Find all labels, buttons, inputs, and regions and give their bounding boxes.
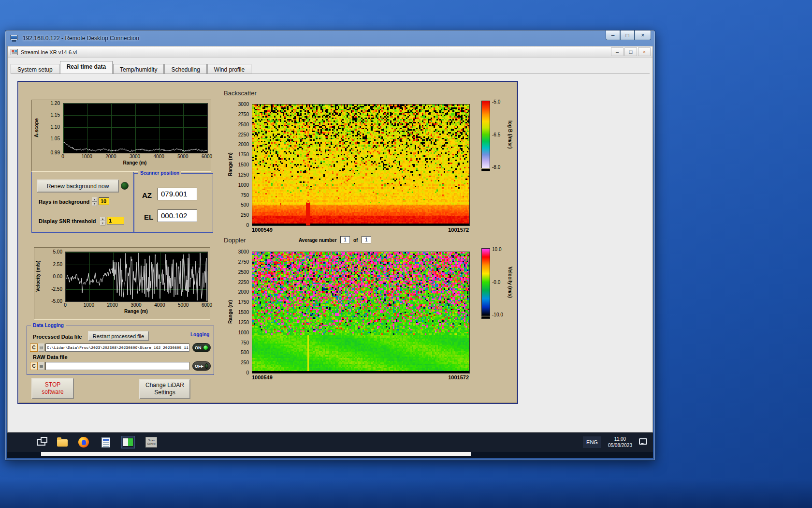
backscatter-colorbar-ticks: -5.0-6.5-8.0 xyxy=(492,99,508,170)
backscatter-x-start: 1000549 xyxy=(252,227,273,233)
processed-path-field[interactable]: C:\Lidar\Data\Proc\2023\202308\20230809\… xyxy=(45,344,189,352)
settings-button-line1: Change LiDAR xyxy=(145,382,184,389)
backscatter-colorbar-label: log B (/m/sr) xyxy=(508,101,513,168)
language-indicator[interactable]: ENG xyxy=(583,436,601,448)
app-window-title: StreamLine XR v14-6.vi xyxy=(21,49,77,55)
raw-browse-icon[interactable]: ▤ xyxy=(38,362,44,370)
processed-toggle-label: ON xyxy=(195,345,202,350)
processed-logging-toggle[interactable]: ON xyxy=(192,343,211,352)
rays-value-field[interactable]: 10 xyxy=(99,197,109,205)
raw-drive-button[interactable]: C xyxy=(30,362,38,370)
snr-threshold-label: Display SNR threshold xyxy=(39,218,96,224)
raw-toggle-label: OFF xyxy=(195,364,203,369)
rdp-titlebar[interactable]: 192.168.0.122 - Remote Desktop Connectio… xyxy=(5,30,655,46)
snr-up-icon[interactable]: ▲ xyxy=(100,217,105,221)
renew-background-button[interactable]: Renew background now xyxy=(37,179,119,193)
clock-date: 05/08/2023 xyxy=(608,443,632,448)
notification-icon[interactable] xyxy=(639,438,647,445)
backscatter-block: Range (m) 300027502500225020001750150012… xyxy=(215,98,487,239)
taskbar-clock[interactable]: 11:00 05/08/2023 xyxy=(608,436,632,448)
scan-scheduler-button[interactable]: Scan Sched xyxy=(145,436,158,448)
rays-down-icon[interactable]: ▼ xyxy=(92,202,97,206)
ascope-x-ticks: 0100020003000400050006000 xyxy=(63,154,207,160)
ascope-plot-frame: A-scope 1.201.151.101.050.99 01000200030… xyxy=(31,100,211,172)
snr-down-icon[interactable]: ▼ xyxy=(100,221,105,225)
doppler-x-end: 1001572 xyxy=(448,374,469,380)
tab-wind-profile[interactable]: Wind profile xyxy=(207,64,251,75)
streamline-app-button[interactable] xyxy=(121,436,135,448)
backscatter-colorbar-gradient xyxy=(481,101,490,168)
average-number-label: Average number xyxy=(299,238,337,243)
firefox-button[interactable] xyxy=(77,436,90,448)
processed-drive-button[interactable]: C xyxy=(30,344,38,352)
tab-real-time-data[interactable]: Real time data xyxy=(60,61,113,74)
processed-data-file-label: Processed Data file xyxy=(33,334,82,340)
change-lidar-settings-button[interactable]: Change LiDAR Settings xyxy=(139,379,190,399)
backscatter-y-axis-label: Range (m) xyxy=(228,104,233,225)
document-icon xyxy=(102,437,110,448)
velocity-x-axis-label: Range (m) xyxy=(65,309,207,314)
raw-logging-toggle[interactable]: OFF xyxy=(192,361,211,371)
stop-software-button[interactable]: STOP software xyxy=(31,378,74,399)
doppler-title: Doppler xyxy=(224,237,246,244)
hidden-window-strip xyxy=(41,452,471,456)
doppler-x-start: 1000549 xyxy=(252,374,273,380)
doppler-colorbar-gradient xyxy=(481,248,490,316)
clock-time: 11:00 xyxy=(614,436,626,442)
restart-processed-file-button[interactable]: Restart processed file xyxy=(88,331,149,341)
remote-desktop-screen: StreamLine XR v14-6.vi – □ × System setu… xyxy=(7,46,653,458)
doppler-colorbar: 10.0-0.0-10.0 Velocity (m/s) xyxy=(478,247,518,324)
scan-scheduler-icon: Scan Sched xyxy=(145,437,157,448)
average-total-field[interactable]: 1 xyxy=(362,236,371,243)
raw-data-file-label: RAW Data file xyxy=(33,354,68,360)
raw-path-field[interactable] xyxy=(45,362,189,370)
of-label: of xyxy=(353,238,358,243)
streamline-app-icon xyxy=(123,438,133,447)
task-view-icon xyxy=(37,439,45,446)
velocity-plot-frame: Velocity (m/s) 5.002.500.00-2.50-5.00 01… xyxy=(34,247,210,320)
rays-up-icon[interactable]: ▲ xyxy=(92,197,97,202)
backscatter-heatmap-canvas xyxy=(252,104,470,226)
stop-button-line1: STOP xyxy=(45,381,60,388)
backscatter-x-labels: 1000549 1001572 xyxy=(252,227,469,233)
el-label: EL xyxy=(144,213,153,221)
tab-temp-humidity[interactable]: Temp/humidity xyxy=(113,64,164,75)
file-explorer-button[interactable] xyxy=(56,436,69,448)
az-value-field: 079.001 xyxy=(158,188,197,200)
backscatter-colorbar-cap xyxy=(481,169,490,171)
rays-spinner[interactable]: ▲▼ xyxy=(92,197,97,205)
doppler-block: Range (m) 300027502500225020001750150012… xyxy=(215,246,487,387)
az-label: AZ xyxy=(142,191,152,199)
scanner-position-group: Scanner position AZ 079.001 EL 000.102 xyxy=(134,173,213,233)
task-view-button[interactable] xyxy=(34,436,48,448)
stop-button-line2: software xyxy=(42,388,63,396)
app-titlebar[interactable]: StreamLine XR v14-6.vi – □ × xyxy=(8,46,652,58)
ascope-y-axis-label: A-scope xyxy=(34,103,39,152)
app-minimize-button[interactable]: – xyxy=(611,47,624,56)
taskbar-substrip xyxy=(7,452,653,458)
rdp-window-title: 192.168.0.122 - Remote Desktop Connectio… xyxy=(23,35,139,42)
tab-system-setup[interactable]: System setup xyxy=(11,64,59,75)
app-restore-button[interactable]: □ xyxy=(624,47,637,56)
rdp-close-button[interactable]: × xyxy=(635,30,651,40)
processed-browse-icon[interactable]: ▤ xyxy=(38,344,44,352)
tab-scheduling[interactable]: Scheduling xyxy=(164,64,206,75)
data-logging-title: Data Logging xyxy=(31,323,66,328)
raw-toggle-led xyxy=(205,363,208,369)
app-window: StreamLine XR v14-6.vi – □ × System setu… xyxy=(7,46,653,433)
backscatter-title: Backscatter xyxy=(224,90,257,97)
notepad-button[interactable] xyxy=(99,436,113,448)
rdp-maximize-button[interactable]: □ xyxy=(620,30,635,40)
ascope-plot-canvas xyxy=(63,103,208,153)
snr-value-field[interactable]: 1 xyxy=(107,217,124,224)
velocity-plot-canvas xyxy=(65,252,208,302)
average-count-field[interactable]: 1 xyxy=(340,236,350,243)
tab-bar: System setup Real time data Temp/humidit… xyxy=(11,61,650,74)
rdp-minimize-button[interactable]: – xyxy=(606,30,620,40)
app-close-button[interactable]: × xyxy=(638,47,651,56)
taskbar: Scan Sched ENG 11:00 05/08/2023 xyxy=(7,433,653,452)
data-logging-group: Data Logging Processed Data file Restart… xyxy=(27,326,214,375)
backscatter-colorbar: -5.0-6.5-8.0 log B (/m/sr) xyxy=(478,99,518,177)
snr-spinner[interactable]: ▲▼ xyxy=(100,217,105,224)
doppler-y-axis-label: Range (m) xyxy=(228,252,233,373)
